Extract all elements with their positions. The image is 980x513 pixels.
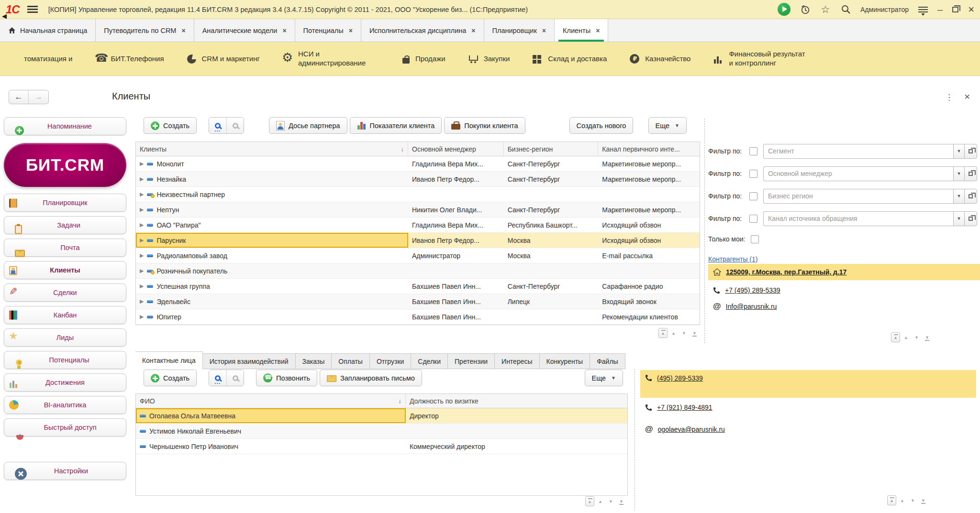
client-channel-cell[interactable]: Маркетинговые меропр...	[598, 156, 700, 171]
ribbon-section[interactable]: CRM и маркетинг	[176, 55, 271, 64]
filter-checkbox[interactable]	[749, 170, 757, 178]
client-manager-cell[interactable]: Гладилина Вера Мих...	[408, 156, 504, 171]
filter-checkbox[interactable]	[749, 147, 757, 155]
window-tab[interactable]: Начальная страница ×	[0, 19, 96, 42]
sidebar-item-settings[interactable]: Настройки	[4, 462, 126, 480]
expand-arrow-icon[interactable]: ▶	[140, 298, 144, 305]
window-tab[interactable]: Исполнительская дисциплина ×	[361, 19, 484, 42]
client-manager-cell[interactable]: Администратор	[408, 248, 504, 263]
sidebar-item[interactable]: Планировщик	[4, 194, 126, 212]
dropdown-arrow-button[interactable]: ▼	[953, 211, 964, 226]
client-channel-cell[interactable]: Сарафанное радио	[598, 279, 700, 294]
ribbon-section[interactable]: Склад и доставка	[521, 54, 618, 64]
detail-tab[interactable]: Файлы	[590, 353, 625, 369]
client-manager-cell[interactable]: Бахшиев Павел Инн...	[408, 294, 504, 309]
tab-close-icon[interactable]: ×	[471, 27, 475, 34]
forward-button[interactable]: →	[29, 90, 48, 104]
client-phone-link[interactable]: +7 (495) 289-5339	[725, 286, 780, 294]
window-tab[interactable]: Аналитические модели ×	[194, 19, 295, 42]
contact-name-cell[interactable]: Чернышенко Петр Иванович	[136, 439, 406, 454]
contact-row[interactable]: Оголаева Ольга Матвеевна Директор	[136, 408, 627, 424]
sidebar-item[interactable]: BI-аналитика	[4, 396, 126, 414]
scroll-up-button[interactable]: ▲	[596, 496, 605, 506]
tab-close-icon[interactable]: ×	[596, 27, 600, 34]
search-icon[interactable]	[840, 4, 851, 15]
sidebar-item[interactable]: Задачи	[4, 216, 126, 234]
contacts-more-button[interactable]: Еще▼	[585, 370, 623, 386]
client-manager-cell[interactable]: Бахшиев Павел Инн...	[408, 309, 504, 324]
client-region-cell[interactable]: Санкт-Петербург	[504, 202, 599, 217]
ribbon-section[interactable]: Казначейство	[618, 54, 702, 64]
dropdown-arrow-button[interactable]: ▼	[953, 166, 964, 181]
client-channel-cell[interactable]: Исходящий обзвон	[598, 233, 700, 248]
client-address-link[interactable]: 125009, г.Москва, пер.Газетный, д.17	[726, 268, 846, 276]
client-name-cell[interactable]: ▶ Незнайка	[136, 172, 408, 186]
client-region-cell[interactable]: Москва	[504, 233, 599, 248]
tab-close-icon[interactable]: ×	[282, 27, 286, 34]
client-name-cell[interactable]: ▶ Радиоламповый завод	[136, 248, 408, 263]
scroll-bottom-button[interactable]: ▼	[690, 328, 699, 338]
contact-name-cell[interactable]: Устимов Николай Евгеньевич	[136, 424, 406, 438]
contacts-search-button[interactable]	[209, 370, 226, 386]
expand-arrow-icon[interactable]: ▶	[140, 283, 144, 289]
expand-arrow-icon[interactable]: ▶	[140, 237, 144, 243]
detail-tab[interactable]: Интересы	[495, 353, 539, 369]
client-region-cell[interactable]: Москва	[504, 248, 599, 263]
restore-window-icon[interactable]	[952, 7, 958, 12]
client-name-cell[interactable]: ▶ Неизвестный партнер	[136, 187, 408, 202]
sidebar-item[interactable]: Потенциалы	[4, 351, 126, 369]
detail-tab[interactable]: История взаимодействий	[203, 353, 296, 369]
client-row[interactable]: ▶ Незнайка Иванов Петр Федор... Санкт-Пе…	[136, 172, 700, 187]
filter-input[interactable]	[763, 144, 953, 159]
scroll-up-button[interactable]: ▲	[669, 328, 678, 338]
scroll-top-button[interactable]: ▲	[585, 496, 594, 506]
client-channel-cell[interactable]: Исходящий обзвон	[598, 218, 700, 232]
column-header-manager[interactable]: Основной менеджер	[408, 142, 504, 156]
dropdown-arrow-button[interactable]: ▼	[953, 144, 964, 159]
client-name-cell[interactable]: ▶ Успешная группа	[136, 279, 408, 294]
client-row[interactable]: ▶ Успешная группа Бахшиев Павел Инн... С…	[136, 279, 700, 294]
client-name-cell[interactable]: ▶ Эдельвейс	[136, 294, 408, 309]
filter-input[interactable]	[763, 166, 953, 181]
expand-arrow-icon[interactable]: ▶	[140, 207, 144, 213]
ribbon-section[interactable]: БИТ.Телефония	[84, 54, 175, 64]
client-channel-cell[interactable]: Входящий звонок	[598, 294, 700, 309]
filter-input[interactable]	[763, 211, 953, 226]
minimize-icon[interactable]: –	[937, 8, 943, 11]
tab-close-icon[interactable]: ×	[181, 27, 185, 34]
detail-tab[interactable]: Претензии	[448, 353, 495, 369]
column-header-clients[interactable]: Клиенты ↓	[136, 142, 408, 156]
sidebar-item[interactable]: Клиенты	[4, 261, 126, 279]
sidebar-item[interactable]: Почта	[4, 239, 126, 257]
contact-row[interactable]: Устимов Николай Евгеньевич	[136, 424, 627, 439]
client-manager-cell[interactable]: Бахшиев Павел Инн...	[408, 279, 504, 294]
client-manager-cell[interactable]: Иванов Петр Федор...	[408, 233, 504, 248]
expand-arrow-icon[interactable]: ▶	[140, 314, 144, 320]
sidebar-item[interactable]: Быстрый доступ	[4, 418, 126, 437]
form-more-icon[interactable]: ⋮	[945, 92, 953, 102]
sidebar-item[interactable]: Лиды	[4, 328, 126, 347]
create-client-button[interactable]: Создать	[144, 117, 197, 134]
current-user[interactable]: Администратор	[860, 6, 909, 13]
client-region-cell[interactable]: Липецк	[504, 294, 599, 309]
search-button[interactable]	[209, 118, 226, 133]
scroll-top-button[interactable]: ▲	[887, 495, 896, 505]
create-new-button[interactable]: Создать нового	[569, 117, 634, 134]
client-email-link[interactable]: Info@parusnik.ru	[726, 303, 777, 310]
client-row[interactable]: ▶ Парусник Иванов Петр Федор... Москва И…	[136, 233, 700, 248]
window-tab[interactable]: Планировщик ×	[484, 19, 555, 42]
open-list-button[interactable]	[964, 211, 977, 226]
column-header-position[interactable]: Должность по визитке	[406, 394, 627, 408]
call-button[interactable]: Позвонить	[256, 370, 317, 386]
detail-tab[interactable]: Конкуренты	[540, 353, 590, 369]
ribbon-section[interactable]: НСИ и администрирование	[271, 50, 391, 68]
expand-arrow-icon[interactable]: ▶	[140, 252, 144, 259]
contact-row[interactable]: Чернышенко Петр Иванович Коммерческий ди…	[136, 439, 627, 454]
tab-close-icon[interactable]: ×	[542, 27, 546, 34]
window-tab[interactable]: Клиенты ×	[555, 19, 608, 42]
contact-name-cell[interactable]: Оголаева Ольга Матвеевна	[136, 408, 406, 423]
client-row[interactable]: ▶ Радиоламповый завод Администратор Моск…	[136, 248, 700, 263]
client-channel-cell[interactable]	[598, 187, 700, 202]
filter-checkbox[interactable]	[749, 215, 757, 223]
client-name-cell[interactable]: ▶ Юпитер	[136, 309, 408, 324]
